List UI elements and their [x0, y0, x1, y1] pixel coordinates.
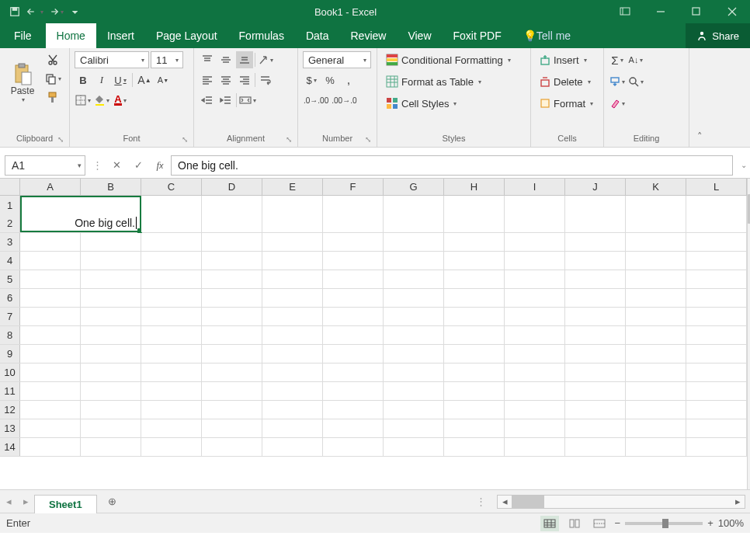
cell[interactable] [686, 345, 747, 363]
cell[interactable] [565, 289, 626, 307]
font-color-icon[interactable]: A▾ [112, 92, 129, 109]
cell[interactable] [505, 233, 565, 251]
cell[interactable] [686, 308, 747, 325]
column-header[interactable]: D [202, 179, 262, 195]
cell[interactable] [505, 419, 565, 437]
font-size-select[interactable]: 11▾ [151, 51, 183, 68]
cell[interactable] [626, 401, 686, 419]
clipboard-dialog-launcher-icon[interactable]: ⤡ [55, 134, 66, 144]
cell[interactable] [626, 419, 686, 437]
align-middle-icon[interactable] [217, 51, 234, 68]
qat-customize-icon[interactable]: ⏷ [67, 3, 84, 20]
align-center-icon[interactable] [217, 71, 234, 89]
column-header[interactable]: I [505, 179, 565, 195]
decrease-decimal-icon[interactable]: .00→.0 [331, 92, 357, 109]
cell[interactable] [323, 214, 384, 232]
cell[interactable] [202, 214, 262, 232]
cell[interactable] [141, 233, 202, 251]
cell[interactable] [626, 438, 686, 456]
cell[interactable] [565, 308, 626, 325]
cell[interactable] [81, 419, 141, 437]
cell[interactable] [565, 401, 626, 419]
cell[interactable] [20, 270, 81, 288]
cell[interactable] [81, 401, 141, 419]
cell[interactable] [565, 345, 626, 363]
cell[interactable] [262, 289, 323, 307]
tab-home[interactable]: Home [46, 23, 96, 48]
cell[interactable] [20, 196, 141, 214]
cell[interactable] [626, 382, 686, 400]
cell[interactable] [141, 308, 202, 325]
column-header[interactable]: A [20, 179, 81, 195]
cell[interactable] [686, 252, 747, 270]
font-dialog-launcher-icon[interactable]: ⤡ [179, 134, 190, 144]
cell[interactable] [505, 289, 565, 307]
cell[interactable] [262, 214, 323, 232]
cell[interactable] [141, 270, 202, 288]
cell[interactable] [444, 252, 505, 270]
format-cells-button[interactable]: Format▾ [536, 95, 597, 112]
tab-insert[interactable]: Insert [96, 23, 145, 48]
zoom-level[interactable]: 100% [718, 517, 744, 529]
cell[interactable] [505, 401, 565, 419]
zoom-out-icon[interactable]: − [615, 517, 621, 529]
row-header[interactable]: 11 [0, 382, 20, 400]
bold-button[interactable]: B [75, 71, 92, 89]
row-header[interactable]: 3 [0, 233, 20, 251]
cell[interactable] [565, 326, 626, 344]
insert-function-icon[interactable]: fx [149, 155, 171, 176]
cell[interactable] [565, 214, 626, 232]
cell[interactable] [81, 345, 141, 363]
cell[interactable] [565, 270, 626, 288]
cell[interactable] [202, 382, 262, 400]
cell[interactable] [202, 345, 262, 363]
cell[interactable] [444, 438, 505, 456]
row-header[interactable]: 5 [0, 270, 20, 288]
cell[interactable] [20, 419, 81, 437]
cell[interactable] [323, 363, 384, 381]
font-name-select[interactable]: Calibri▾ [75, 51, 149, 68]
page-layout-view-icon[interactable] [565, 516, 584, 531]
cell[interactable] [81, 289, 141, 307]
cell[interactable] [323, 438, 384, 456]
cell[interactable] [20, 233, 81, 251]
clear-icon[interactable]: ▾ [609, 95, 626, 112]
sheet-nav-next-icon[interactable]: ▸ [17, 493, 34, 510]
align-left-icon[interactable] [199, 71, 216, 89]
cell[interactable] [384, 438, 444, 456]
cell[interactable]: One big cell. [20, 214, 141, 232]
cell[interactable] [444, 214, 505, 232]
column-header[interactable]: J [565, 179, 626, 195]
cell[interactable] [444, 326, 505, 344]
cell[interactable] [262, 382, 323, 400]
cell[interactable] [141, 214, 202, 232]
cell[interactable] [565, 419, 626, 437]
zoom-in-icon[interactable]: + [707, 517, 714, 529]
cell[interactable] [81, 438, 141, 456]
row-header[interactable]: 10 [0, 363, 20, 381]
cell[interactable] [202, 252, 262, 270]
row-header[interactable]: 14 [0, 438, 20, 456]
fill-color-icon[interactable]: ▾ [93, 92, 110, 109]
cell[interactable] [686, 214, 747, 232]
cell[interactable] [384, 233, 444, 251]
cell[interactable] [323, 345, 384, 363]
horizontal-scrollbar[interactable]: ◂ ▸ [497, 495, 745, 509]
cell[interactable] [323, 382, 384, 400]
align-top-icon[interactable] [199, 51, 216, 68]
increase-decimal-icon[interactable]: .0→.00 [303, 92, 329, 109]
cell[interactable] [384, 289, 444, 307]
cell[interactable] [262, 196, 323, 214]
cell[interactable] [626, 233, 686, 251]
cell[interactable] [262, 252, 323, 270]
cell[interactable] [505, 214, 565, 232]
orientation-icon[interactable]: ▾ [257, 51, 274, 68]
cell[interactable] [20, 345, 81, 363]
cell[interactable] [323, 419, 384, 437]
cell[interactable] [444, 308, 505, 325]
scroll-right-icon[interactable]: ▸ [731, 496, 745, 507]
row-header[interactable]: 12 [0, 401, 20, 419]
zoom-slider[interactable] [625, 522, 703, 525]
cell[interactable] [202, 438, 262, 456]
cell[interactable] [202, 363, 262, 381]
